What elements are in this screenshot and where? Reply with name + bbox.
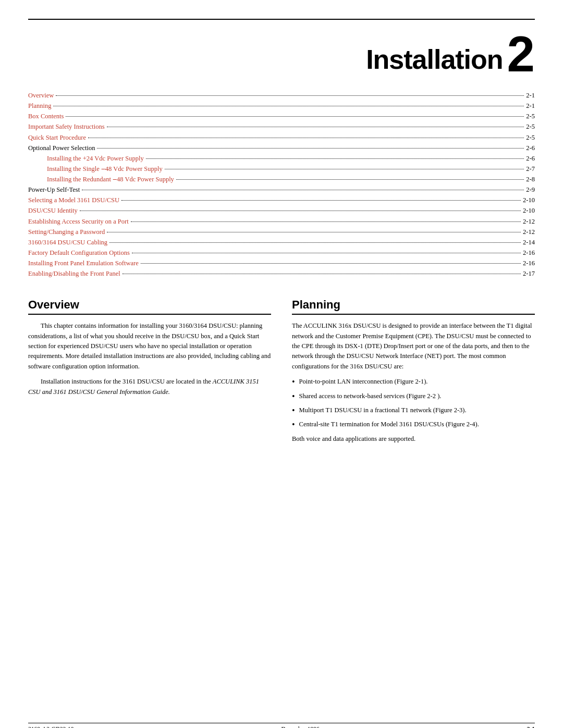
toc-page: 2-5: [526, 122, 535, 131]
toc-entry[interactable]: Quick Start Procedure2-5: [28, 133, 535, 142]
bullet-icon: •: [292, 378, 295, 386]
toc-page: 2-6: [526, 143, 535, 153]
list-item: •Shared access to network-based services…: [292, 391, 535, 401]
toc-link[interactable]: Planning: [28, 101, 51, 110]
toc-page: 2-12: [523, 227, 535, 237]
toc-link: Power-Up Self-Test: [28, 185, 80, 194]
bullet-text: Point-to-point LAN interconnection (Figu…: [299, 377, 428, 387]
planning-closing: Both voice and data applications are sup…: [292, 434, 535, 444]
toc-link[interactable]: Enabling/Disabling the Front Panel: [28, 269, 120, 278]
toc-entry[interactable]: Installing the Single ‒48 Vdc Power Supp…: [28, 164, 535, 174]
toc-dots: [109, 242, 521, 243]
list-item: •Point-to-point LAN interconnection (Fig…: [292, 377, 535, 387]
overview-italic-ref: ACCULINK 3151 CSU and 3161 DSU/CSU Gener…: [28, 378, 259, 395]
toc-dots: [56, 95, 524, 96]
toc-dots: [146, 158, 524, 159]
toc-page: 2-9: [526, 185, 535, 194]
toc-link[interactable]: 3160/3164 DSU/CSU Cabling: [28, 238, 107, 247]
toc-link[interactable]: Establishing Access Security on a Port: [28, 217, 129, 226]
toc-entry[interactable]: Overview2-1: [28, 91, 535, 100]
toc-dots: [141, 263, 521, 264]
toc-page: 2-16: [523, 248, 535, 257]
chapter-title: Installation: [366, 44, 503, 75]
toc-dots: [82, 190, 524, 190]
toc-link[interactable]: Installing the Single ‒48 Vdc Power Supp…: [47, 164, 163, 174]
overview-column: Overview This chapter contains informati…: [28, 298, 271, 449]
toc-link[interactable]: Quick Start Procedure: [28, 133, 86, 142]
planning-column: Planning The ACCULINK 316x DSU/CSU is de…: [292, 298, 535, 449]
overview-para-2: Installation instructions for the 3161 D…: [28, 377, 271, 397]
toc-entry[interactable]: Factory Default Configuration Options2-1…: [28, 248, 535, 257]
footer-page-number: 2-1: [527, 726, 535, 728]
footer-date: December 1996: [282, 726, 320, 728]
toc-page: 2-10: [523, 206, 535, 215]
toc-page: 2-8: [526, 175, 535, 184]
toc-dots: [66, 116, 524, 117]
toc-page: 2-17: [523, 269, 535, 278]
toc-link[interactable]: Important Safety Instructions: [28, 122, 105, 131]
toc-entry[interactable]: Installing the Redundant ‒48 Vdc Power S…: [28, 175, 535, 184]
toc-page: 2-14: [523, 238, 535, 247]
toc-dots: [132, 253, 521, 253]
toc-link[interactable]: Factory Default Configuration Options: [28, 248, 130, 257]
toc-dots: [176, 179, 524, 180]
chapter-header: Installation 2: [0, 20, 563, 79]
toc-entry[interactable]: Setting/Changing a Password2-12: [28, 227, 535, 237]
overview-body: This chapter contains information for in…: [28, 321, 271, 397]
bullet-text: Central-site T1 termination for Model 31…: [299, 419, 479, 429]
table-of-contents: Overview2-1Planning2-1Box Contents2-5Imp…: [0, 79, 563, 289]
toc-link[interactable]: Installing Front Panel Emulation Softwar…: [28, 258, 139, 268]
planning-intro: The ACCULINK 316x DSU/CSU is designed to…: [292, 321, 535, 372]
content-section: Overview This chapter contains informati…: [0, 289, 563, 449]
toc-entry[interactable]: Important Safety Instructions2-5: [28, 122, 535, 131]
footer-doc-number: 3160-A2-GB22-10: [28, 726, 74, 728]
planning-body: The ACCULINK 316x DSU/CSU is designed to…: [292, 321, 535, 444]
toc-entry[interactable]: Planning2-1: [28, 101, 535, 110]
toc-entry[interactable]: Enabling/Disabling the Front Panel2-17: [28, 269, 535, 278]
toc-page: 2-1: [526, 101, 535, 110]
toc-link: Optional Power Selection: [28, 143, 95, 153]
toc-link[interactable]: Selecting a Model 3161 DSU/CSU: [28, 195, 119, 205]
toc-link[interactable]: Overview: [28, 91, 54, 100]
toc-dots: [107, 232, 521, 232]
page: Installation 2 Overview2-1Planning2-1Box…: [0, 19, 563, 728]
bullet-icon: •: [292, 406, 295, 415]
toc-page: 2-5: [526, 133, 535, 142]
toc-dots: [97, 148, 524, 149]
toc-link[interactable]: DSU/CSU Identity: [28, 206, 78, 215]
chapter-number: 2: [507, 29, 535, 79]
bullet-text: Multiport T1 DSU/CSU in a fractional T1 …: [299, 405, 467, 415]
toc-entry[interactable]: Box Contents2-5: [28, 112, 535, 121]
toc-page: 2-12: [523, 217, 535, 226]
toc-entry: Optional Power Selection2-6: [28, 143, 535, 153]
toc-link[interactable]: Box Contents: [28, 112, 64, 121]
bullet-text: Shared access to network-based services …: [299, 391, 442, 401]
toc-page: 2-6: [526, 154, 535, 163]
toc-page: 2-7: [526, 164, 535, 174]
toc-entry[interactable]: Establishing Access Security on a Port2-…: [28, 217, 535, 226]
bullet-icon: •: [292, 421, 295, 429]
toc-link[interactable]: Setting/Changing a Password: [28, 227, 105, 237]
toc-dots: [80, 211, 521, 211]
toc-entry: Power-Up Self-Test2-9: [28, 185, 535, 194]
toc-page: 2-10: [523, 195, 535, 205]
toc-link[interactable]: Installing the +24 Vdc Power Supply: [47, 154, 144, 163]
toc-entry[interactable]: Installing the +24 Vdc Power Supply2-6: [28, 154, 535, 163]
planning-heading: Planning: [292, 298, 535, 315]
overview-para-1: This chapter contains information for in…: [28, 321, 271, 372]
toc-entry[interactable]: Selecting a Model 3161 DSU/CSU2-10: [28, 195, 535, 205]
toc-dots: [123, 274, 521, 274]
toc-page: 2-16: [523, 258, 535, 268]
bullet-icon: •: [292, 392, 295, 401]
planning-bullets: •Point-to-point LAN interconnection (Fig…: [292, 377, 535, 430]
toc-entry[interactable]: 3160/3164 DSU/CSU Cabling2-14: [28, 238, 535, 247]
toc-entry[interactable]: Installing Front Panel Emulation Softwar…: [28, 258, 535, 268]
page-footer: 3160-A2-GB22-10 December 1996 2-1: [28, 723, 535, 728]
toc-page: 2-1: [526, 91, 535, 100]
toc-entry[interactable]: DSU/CSU Identity2-10: [28, 206, 535, 215]
toc-dots: [107, 127, 524, 127]
toc-dots: [165, 169, 524, 169]
toc-link[interactable]: Installing the Redundant ‒48 Vdc Power S…: [47, 175, 174, 184]
toc-dots: [121, 200, 521, 201]
toc-page: 2-5: [526, 112, 535, 121]
